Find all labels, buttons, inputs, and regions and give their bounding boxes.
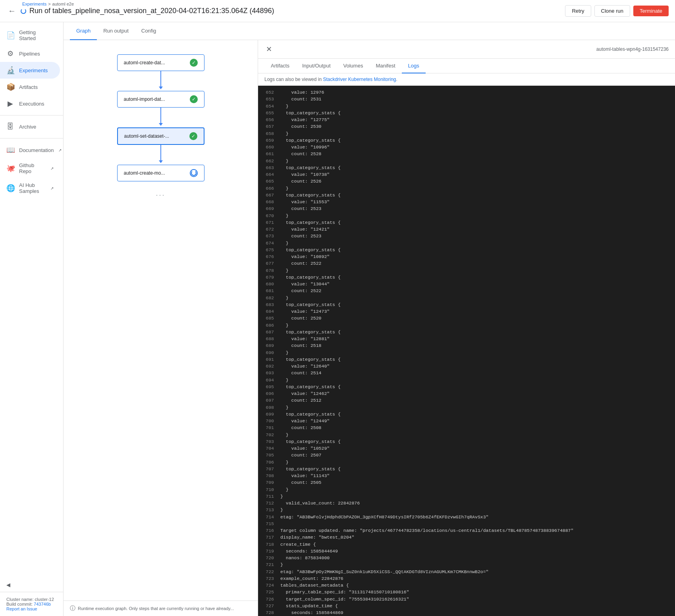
line-number: 664: [261, 171, 274, 178]
log-tab-manifest[interactable]: Manifest: [369, 59, 401, 73]
breadcrumb-current: automl e2e: [52, 2, 74, 6]
terminate-button[interactable]: Terminate: [633, 6, 669, 16]
line-number: 678: [261, 267, 274, 274]
log-line: 704 value: "10529": [258, 445, 675, 452]
sidebar-item-experiments[interactable]: 🔬 Experiments: [0, 62, 60, 79]
line-content: top_category_stats {: [280, 301, 341, 308]
line-number: 713: [261, 506, 274, 513]
stackdriver-link[interactable]: Stackdriver Kubernetes Monitoring: [323, 77, 396, 82]
sidebar-collapse[interactable]: ◀: [0, 578, 60, 592]
log-close-button[interactable]: ✕: [264, 43, 274, 55]
ai-hub-icon: 🌐: [6, 184, 14, 192]
line-number: 686: [261, 322, 274, 329]
sidebar-item-documentation[interactable]: 📖 Documentation ↗: [0, 142, 60, 158]
documentation-icon: 📖: [6, 146, 14, 154]
line-content: count: 2520: [280, 315, 322, 321]
build-value[interactable]: 743746b: [34, 602, 51, 606]
line-content: count: 2514: [280, 370, 322, 376]
node-4-status: [190, 169, 198, 177]
line-content: top_category_stats {: [280, 466, 341, 472]
line-number: 667: [261, 192, 274, 198]
log-content[interactable]: 652 value: 12976653 count: 2531654 }655 …: [258, 86, 675, 616]
log-line: 688 value: "12881": [258, 335, 675, 342]
line-content: count: 2512: [280, 397, 322, 404]
sidebar-item-ai-hub[interactable]: 🌐 AI Hub Samples ↗: [0, 178, 60, 198]
sidebar-item-github[interactable]: 🐙 Github Repo ↗: [0, 158, 60, 178]
log-line: 727 stats_update_time {: [258, 603, 675, 609]
line-content: count: 2526: [280, 178, 322, 185]
log-line: 653 count: 2531: [258, 96, 675, 102]
tab-config[interactable]: Config: [135, 22, 163, 40]
line-content: etag: "AB3BwFolvjHdphdCbPAZOH_3gpXCfH874…: [280, 514, 489, 520]
line-number: 656: [261, 116, 274, 123]
breadcrumb: Experiments > automl e2e: [22, 2, 74, 6]
sidebar-item-executions[interactable]: ▶ Executions: [0, 95, 60, 112]
log-line: 674 }: [258, 240, 675, 246]
log-line: 690 }: [258, 349, 675, 356]
line-number: 677: [261, 260, 274, 267]
pipeline-node-3[interactable]: automl-set-dataset-... ✓: [117, 127, 204, 145]
line-number: 659: [261, 137, 274, 144]
log-line: 693 count: 2514: [258, 370, 675, 376]
log-line: 661 count: 2528: [258, 150, 675, 157]
log-line: 705 count: 2507: [258, 452, 675, 458]
pipeline-node-4[interactable]: automl-create-mo...: [117, 165, 204, 181]
build-label: Build commit:: [6, 602, 33, 606]
line-content: value: "10996": [280, 144, 330, 150]
experiments-icon: 🔬: [6, 66, 14, 75]
external-link-icon-ai-hub: ↗: [50, 186, 54, 191]
pipelines-icon: ⚙: [6, 49, 14, 58]
line-content: top_category_stats {: [280, 274, 341, 281]
line-number: 702: [261, 431, 274, 438]
line-number: 674: [261, 240, 274, 246]
log-line: 710 }: [258, 486, 675, 493]
log-line: 659 top_category_stats {: [258, 137, 675, 144]
log-line: 716Target column updated. name: "project…: [258, 527, 675, 534]
log-tab-artifacts[interactable]: Artifacts: [264, 59, 296, 73]
line-number: 701: [261, 424, 274, 431]
line-number: 711: [261, 493, 274, 500]
log-line: 657 count: 2530: [258, 123, 675, 130]
log-line: 681 count: 2522: [258, 287, 675, 294]
log-line: 726 target_column_spec_id: "755538431021…: [258, 596, 675, 603]
pipeline-node-2[interactable]: automl-import-dat... ✓: [117, 91, 204, 108]
node-3-label: automl-set-dataset-...: [124, 133, 186, 139]
top-header: Experiments > automl e2e ← Run of tables…: [0, 0, 675, 22]
sidebar-item-pipelines[interactable]: ⚙ Pipelines: [0, 45, 60, 62]
connector-3: [160, 145, 161, 161]
line-number: 710: [261, 486, 274, 493]
line-content: count: 2530: [280, 123, 322, 130]
log-line: 706 }: [258, 459, 675, 466]
log-line: 679 top_category_stats {: [258, 274, 675, 281]
pipeline-node-1[interactable]: automl-create-dat... ✓: [117, 54, 204, 71]
sidebar-item-artifacts[interactable]: 📦 Artifacts: [0, 79, 60, 95]
line-content: value: "10529": [280, 445, 330, 452]
tab-graph[interactable]: Graph: [70, 22, 97, 40]
log-line: 692 value: "12640": [258, 363, 675, 370]
line-number: 719: [261, 548, 274, 554]
back-button[interactable]: ←: [6, 5, 17, 17]
tab-run-output[interactable]: Run output: [97, 22, 135, 40]
line-content: value: "12473": [280, 308, 330, 315]
sidebar-item-archive[interactable]: 🗄 Archive: [0, 119, 60, 135]
line-content: etag: "AB3BwFpOy2MmKNgI_SuZ0nk1uKD5XiCSS…: [280, 568, 489, 575]
sidebar-item-getting-started[interactable]: 📄 Getting Started: [0, 25, 60, 45]
external-link-icon-doc: ↗: [58, 148, 62, 152]
retry-button[interactable]: Retry: [565, 5, 591, 17]
log-tab-volumes[interactable]: Volumes: [337, 59, 370, 73]
log-line: 675 top_category_stats {: [258, 246, 675, 253]
clone-run-button[interactable]: Clone run: [594, 5, 630, 17]
log-tab-input-output[interactable]: Input/Output: [296, 59, 337, 73]
log-line: 728 seconds: 1585844869: [258, 609, 675, 616]
log-line: 683 top_category_stats {: [258, 301, 675, 308]
log-line: 682 }: [258, 295, 675, 301]
report-issue-link[interactable]: Report an Issue: [6, 606, 37, 611]
line-number: 706: [261, 459, 274, 466]
log-line: 711}: [258, 493, 675, 500]
line-number: 679: [261, 274, 274, 281]
log-tab-logs[interactable]: Logs: [402, 59, 426, 73]
log-line: 663 top_category_stats {: [258, 164, 675, 171]
line-content: }: [280, 240, 289, 246]
breadcrumb-experiments[interactable]: Experiments: [22, 2, 46, 6]
line-content: top_category_stats {: [280, 246, 341, 253]
